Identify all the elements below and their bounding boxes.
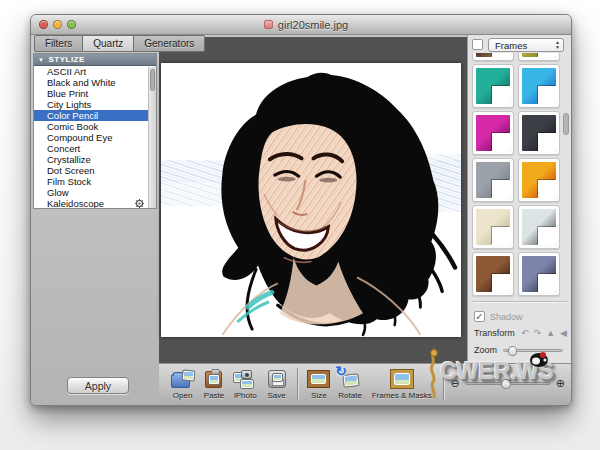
size-button[interactable]: Size bbox=[303, 367, 334, 400]
filter-item-label: Kaleidoscope bbox=[47, 198, 104, 209]
frame-thumbnail[interactable] bbox=[472, 205, 514, 249]
iphoto-button[interactable]: iPhoto bbox=[230, 367, 261, 400]
filter-item-ascii-art[interactable]: ASCII Art bbox=[34, 66, 156, 77]
panel-divider bbox=[472, 301, 567, 302]
scrollbar-thumb[interactable] bbox=[150, 69, 155, 91]
slider-thumb[interactable] bbox=[501, 379, 511, 389]
frame-thumbnail[interactable] bbox=[472, 53, 514, 61]
tab-filters[interactable]: Filters bbox=[34, 35, 83, 52]
apply-button[interactable]: Apply bbox=[67, 377, 129, 394]
rotate-left-icon[interactable]: ↶ bbox=[521, 328, 529, 338]
zoom-out-icon[interactable]: ⊖ bbox=[451, 378, 460, 389]
size-icon bbox=[306, 367, 332, 390]
filter-item-film-stock[interactable]: Film Stock bbox=[34, 176, 156, 187]
frame-thumbnail[interactable] bbox=[518, 252, 560, 296]
zoom-in-icon[interactable]: ⊕ bbox=[556, 378, 565, 389]
filter-item-blue-print[interactable]: Blue Print bbox=[34, 88, 156, 99]
filter-list: ▼ STYLIZE ASCII Art Black and White Blue… bbox=[33, 53, 157, 209]
frames-dropdown-value: Frames bbox=[495, 40, 527, 51]
zoom-button-icon[interactable] bbox=[67, 20, 76, 29]
filter-group-header[interactable]: ▼ STYLIZE bbox=[34, 54, 156, 66]
frame-zoom-slider[interactable] bbox=[503, 349, 563, 352]
save-icon bbox=[264, 367, 290, 390]
rotate-icon: ↻ bbox=[337, 367, 363, 390]
frame-thumbnail-list bbox=[468, 53, 571, 301]
filter-item-compound-eye[interactable]: Compound Eye bbox=[34, 132, 156, 143]
rotate-button[interactable]: ↻ Rotate bbox=[334, 367, 365, 400]
filter-item-crystallize[interactable]: Crystallize bbox=[34, 154, 156, 165]
shadow-label: Shadow bbox=[490, 312, 523, 322]
filter-item-dot-screen[interactable]: Dot Screen bbox=[34, 165, 156, 176]
gear-icon[interactable] bbox=[135, 199, 144, 208]
open-icon bbox=[170, 367, 196, 390]
iphoto-icon bbox=[232, 367, 258, 390]
frame-thumbnail[interactable] bbox=[518, 64, 560, 108]
filter-item-city-lights[interactable]: City Lights bbox=[34, 99, 156, 110]
frame-thumbnail[interactable] bbox=[472, 64, 514, 108]
transform-label: Transform bbox=[474, 328, 515, 338]
zoom-label: Zoom bbox=[474, 345, 497, 355]
open-button[interactable]: Open bbox=[167, 367, 198, 400]
frame-enable-checkbox[interactable] bbox=[472, 39, 483, 50]
document-proxy-icon bbox=[264, 20, 273, 29]
frames-and-masks-button[interactable]: Frames & Masks bbox=[366, 367, 438, 400]
frame-thumbnail[interactable] bbox=[472, 158, 514, 202]
color-pencil-portrait bbox=[161, 63, 461, 337]
traffic-lights bbox=[39, 20, 76, 29]
app-window: girl20smile.jpg Filters Quartz Generator… bbox=[30, 14, 572, 406]
slider-thumb[interactable] bbox=[508, 346, 517, 356]
frame-thumbnail[interactable] bbox=[518, 205, 560, 249]
popup-arrows-icon: ▲▼ bbox=[555, 40, 560, 50]
paste-button[interactable]: Paste bbox=[198, 367, 229, 400]
title-bar[interactable]: girl20smile.jpg bbox=[31, 15, 571, 35]
save-button[interactable]: Save bbox=[261, 367, 292, 400]
tab-strip: Filters Quartz Generators bbox=[34, 35, 205, 52]
tab-generators[interactable]: Generators bbox=[134, 35, 205, 52]
image-preview[interactable] bbox=[161, 63, 461, 337]
canvas-zoom-slider[interactable] bbox=[465, 382, 551, 385]
shadow-checkbox[interactable]: ✓ bbox=[474, 311, 485, 322]
filter-list-scrollbar[interactable] bbox=[148, 67, 156, 208]
disclosure-triangle-icon[interactable]: ▼ bbox=[38, 57, 44, 63]
frame-thumbnail[interactable] bbox=[472, 111, 514, 155]
window-title-group: girl20smile.jpg bbox=[254, 19, 348, 31]
filter-item-kaleidoscope[interactable]: Kaleidoscope bbox=[34, 198, 156, 209]
canvas-zoom-control: ⊖ ⊕ bbox=[451, 378, 565, 389]
frame-thumbnail[interactable] bbox=[472, 252, 514, 296]
flip-horizontal-icon[interactable]: ▲ bbox=[546, 328, 555, 338]
frames-and-masks-icon bbox=[389, 367, 415, 390]
filter-item-concert[interactable]: Concert bbox=[34, 143, 156, 154]
frames-dropdown[interactable]: Frames ▲▼ bbox=[488, 38, 564, 52]
filter-item-black-and-white[interactable]: Black and White bbox=[34, 77, 156, 88]
window-title: girl20smile.jpg bbox=[278, 19, 348, 31]
filter-item-color-pencil[interactable]: Color Pencil bbox=[34, 110, 156, 121]
filter-group-label: STYLIZE bbox=[48, 55, 84, 64]
filter-panel: ▼ STYLIZE ASCII Art Black and White Blue… bbox=[31, 35, 159, 405]
frames-panel: Frames ▲▼ bbox=[467, 35, 571, 363]
frame-thumbnail[interactable] bbox=[518, 158, 560, 202]
rotate-right-icon[interactable]: ↷ bbox=[534, 328, 542, 338]
flip-vertical-icon[interactable]: ◀ bbox=[560, 328, 567, 338]
toolbar-divider bbox=[443, 368, 444, 400]
editor-area bbox=[159, 37, 467, 363]
frame-thumbnail[interactable] bbox=[518, 111, 560, 155]
tab-quartz[interactable]: Quartz bbox=[83, 35, 134, 52]
filter-item-glow[interactable]: Glow bbox=[34, 187, 156, 198]
close-button-icon[interactable] bbox=[39, 20, 48, 29]
minimize-button-icon[interactable] bbox=[53, 20, 62, 29]
filter-item-comic-book[interactable]: Comic Book bbox=[34, 121, 156, 132]
paste-icon bbox=[201, 367, 227, 390]
frames-scrollbar-thumb[interactable] bbox=[563, 113, 569, 135]
bottom-toolbar: Open Paste iPhoto Save bbox=[159, 363, 571, 405]
frame-thumbnail[interactable] bbox=[518, 53, 560, 61]
toolbar-divider bbox=[297, 368, 298, 400]
